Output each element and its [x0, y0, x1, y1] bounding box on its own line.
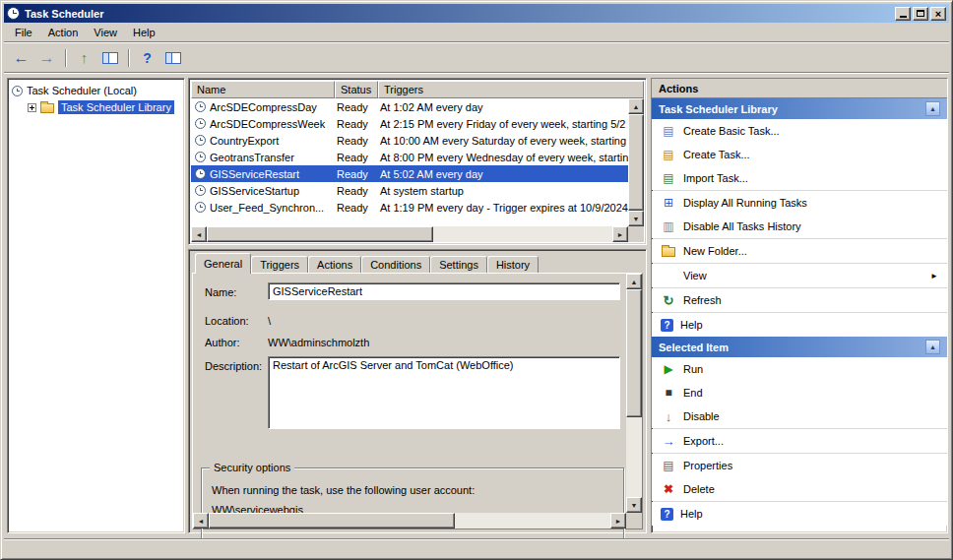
scroll-left-icon[interactable]: ◄ — [193, 513, 209, 529]
action-disable-tasks-history[interactable]: Disable All Tasks History — [652, 215, 947, 238]
menu-help[interactable]: Help — [125, 24, 163, 41]
table-row[interactable]: CountryExport Ready At 10:00 AM every Sa… — [191, 132, 628, 149]
scroll-down-icon[interactable]: ▼ — [628, 211, 644, 226]
menu-view[interactable]: View — [86, 24, 125, 41]
section-header-library[interactable]: Task Scheduler Library ▲ — [652, 98, 947, 119]
action-display-running-tasks[interactable]: Display All Running Tasks — [652, 191, 947, 215]
action-properties[interactable]: Properties — [652, 454, 947, 477]
action-create-basic-task[interactable]: Create Basic Task... — [652, 119, 947, 143]
tab-conditions[interactable]: Conditions — [361, 256, 430, 274]
action-item-label: Disable All Tasks History — [683, 220, 801, 232]
back-arrow-icon: ← — [14, 49, 30, 67]
table-row[interactable]: GISServiceStartup Ready At system startu… — [191, 182, 628, 199]
author-value: WW\adminschmolzth — [268, 337, 369, 348]
action-item-label: Help — [680, 319, 703, 331]
help-button[interactable]: ? — [136, 46, 159, 69]
tab-settings[interactable]: Settings — [430, 256, 487, 274]
task-triggers: At 1:19 PM every day - Trigger expires a… — [376, 202, 628, 214]
column-header-name[interactable]: Name — [191, 81, 335, 98]
create-task-icon — [661, 147, 676, 162]
action-item-label: Disable — [683, 410, 720, 422]
action-item-label: Properties — [683, 460, 732, 471]
tree-expander-icon[interactable] — [28, 103, 36, 112]
delete-icon — [661, 481, 676, 497]
task-list-horizontal-scrollbar[interactable]: ◄ ► — [191, 226, 628, 242]
tree-node-task-scheduler-local[interactable]: Task Scheduler (Local) — [10, 83, 182, 98]
library-icon — [40, 103, 54, 113]
security-options-title: Security options — [210, 462, 294, 473]
task-triggers: At 8:00 PM every Wednesday of every week… — [376, 152, 628, 163]
tab-triggers[interactable]: Triggers — [251, 256, 308, 274]
action-pane-button[interactable] — [161, 46, 184, 69]
column-header-status[interactable]: Status — [335, 81, 378, 98]
collapse-icon[interactable]: ▲ — [925, 101, 940, 116]
table-row[interactable]: GeotransTransfer Ready At 8:00 PM every … — [191, 149, 628, 165]
action-help-selected[interactable]: ? Help — [652, 502, 947, 526]
forward-button[interactable]: → — [35, 46, 58, 69]
status-bar — [4, 538, 949, 556]
table-row[interactable]: ArcSDECompressDay Ready At 1:02 AM every… — [191, 98, 628, 115]
action-refresh[interactable]: Refresh — [652, 288, 947, 312]
action-view[interactable]: View ► — [652, 264, 947, 287]
table-row-selected[interactable]: GISServiceRestart Ready At 5:02 AM every… — [191, 165, 628, 182]
tab-general[interactable]: General — [195, 253, 251, 274]
security-account-text: When running the task, use the following… — [212, 484, 475, 496]
task-scheduler-window: Task Scheduler × File Action View Help ←… — [0, 0, 953, 560]
security-options-group: Security options When running the task, … — [201, 467, 624, 542]
create-basic-task-icon — [661, 123, 676, 139]
action-new-folder[interactable]: New Folder... — [652, 239, 947, 263]
action-create-task[interactable]: Create Task... — [652, 143, 947, 166]
tab-history[interactable]: History — [487, 256, 539, 274]
submenu-arrow-icon: ► — [930, 272, 938, 280]
action-export[interactable]: Export... — [652, 429, 947, 453]
console-tree-button[interactable] — [98, 46, 121, 69]
back-button[interactable]: ← — [10, 46, 32, 69]
title-bar[interactable]: Task Scheduler × — [4, 4, 949, 23]
scroll-right-icon[interactable]: ► — [610, 513, 626, 529]
scroll-left-icon[interactable]: ◄ — [191, 226, 207, 242]
scroll-up-icon[interactable]: ▲ — [626, 274, 642, 289]
scrollbar-thumb[interactable] — [209, 513, 455, 529]
task-icon — [195, 168, 206, 179]
table-row[interactable]: ArcSDECompressWeek Ready At 2:15 PM ever… — [191, 115, 628, 132]
action-disable[interactable]: Disable — [652, 404, 947, 428]
scrollbar-thumb[interactable] — [628, 114, 644, 211]
scroll-up-icon[interactable]: ▲ — [628, 98, 644, 114]
maximize-button[interactable] — [913, 7, 928, 21]
section-header-selected-item[interactable]: Selected Item ▲ — [652, 337, 947, 357]
location-value: \ — [268, 315, 271, 327]
details-tabs: General Triggers Actions Conditions Sett… — [195, 254, 539, 274]
menu-bar: File Action View Help — [4, 23, 949, 42]
scroll-down-icon[interactable]: ▼ — [626, 497, 642, 513]
export-list-button[interactable]: ↑ — [73, 46, 95, 69]
task-list-panel: Name Status Triggers ArcSDECompressDay R… — [188, 78, 647, 245]
description-field[interactable]: Restart of ArcGIS Server and TomCat (Web… — [268, 356, 620, 429]
scrollbar-thumb[interactable] — [207, 226, 433, 242]
minimize-button[interactable] — [895, 7, 911, 21]
action-help-library[interactable]: ? Help — [652, 313, 947, 337]
close-button[interactable]: × — [930, 7, 946, 21]
task-name: GeotransTransfer — [210, 152, 294, 163]
action-end[interactable]: End — [652, 381, 947, 404]
details-horizontal-scrollbar[interactable]: ◄ ► — [193, 513, 626, 529]
minimize-icon — [900, 16, 907, 18]
scroll-right-icon[interactable]: ► — [612, 226, 628, 242]
action-delete[interactable]: Delete — [652, 477, 947, 501]
name-field[interactable]: GISServiceRestart — [268, 282, 620, 300]
action-run[interactable]: Run — [652, 357, 947, 381]
help-icon: ? — [661, 508, 673, 521]
description-label: Description: — [205, 360, 262, 372]
task-name: CountryExport — [210, 135, 279, 147]
tab-actions[interactable]: Actions — [308, 256, 361, 274]
table-row[interactable]: User_Feed_Synchron... Ready At 1:19 PM e… — [191, 199, 628, 216]
task-list-vertical-scrollbar[interactable]: ▲ ▼ — [628, 98, 644, 226]
tree-node-task-scheduler-library[interactable]: Task Scheduler Library — [26, 98, 182, 116]
refresh-icon — [661, 292, 676, 308]
details-vertical-scrollbar[interactable]: ▲ ▼ — [626, 274, 642, 513]
menu-file[interactable]: File — [7, 24, 40, 41]
collapse-icon[interactable]: ▲ — [925, 340, 940, 354]
action-import-task[interactable]: Import Task... — [652, 166, 947, 190]
column-header-triggers[interactable]: Triggers — [378, 81, 644, 98]
scrollbar-thumb[interactable] — [626, 289, 642, 417]
menu-action[interactable]: Action — [40, 24, 87, 41]
